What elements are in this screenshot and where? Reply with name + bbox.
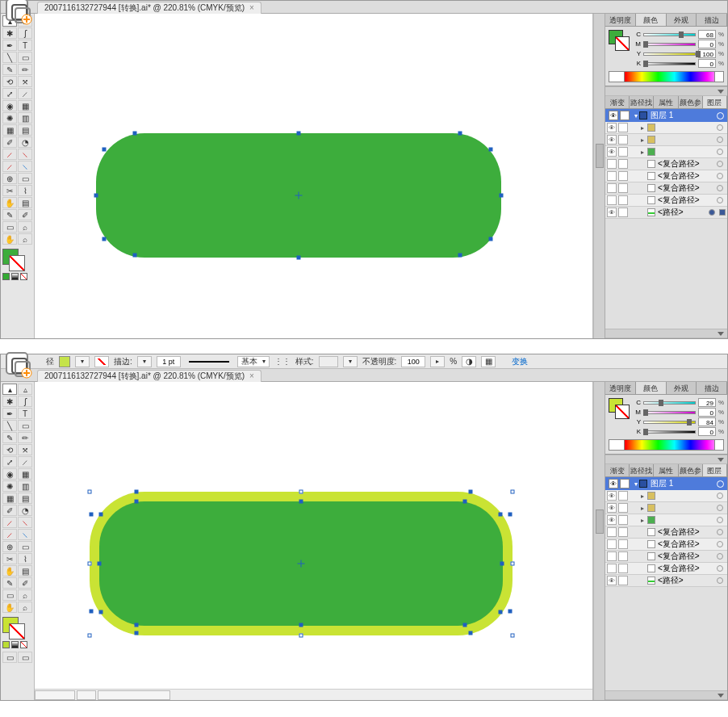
panel-stroke-swatch[interactable] bbox=[615, 36, 630, 51]
c-value[interactable]: 68 bbox=[698, 30, 716, 39]
anchor-point[interactable] bbox=[489, 148, 493, 152]
close-tab-icon[interactable]: × bbox=[249, 3, 254, 12]
visibility-toggle[interactable] bbox=[607, 159, 617, 169]
live-paint-selection-tool[interactable]: ⟍ bbox=[18, 517, 32, 528]
opacity-dropdown[interactable]: ▸ bbox=[430, 356, 445, 367]
tab-color[interactable]: 颜色 bbox=[636, 382, 667, 394]
layer-row[interactable]: 👁▸ bbox=[605, 134, 727, 146]
layer-row[interactable]: 👁<路径> bbox=[605, 207, 727, 219]
yellow-offset-shape[interactable] bbox=[90, 492, 513, 635]
gradient-swatch[interactable] bbox=[11, 273, 19, 280]
bbox-handle[interactable] bbox=[511, 562, 515, 566]
visibility-toggle[interactable]: 👁 bbox=[607, 123, 617, 132]
document-tab[interactable]: 2007116132727944 [转换].ai* @ 220.81% (CMY… bbox=[37, 370, 261, 382]
layer-row[interactable]: <复合路径> bbox=[605, 539, 727, 551]
reflect-tool[interactable]: ⤧ bbox=[18, 444, 32, 455]
pen-tool[interactable]: ✒ bbox=[2, 408, 17, 419]
panel-collapse-icon[interactable] bbox=[718, 332, 724, 336]
bbox-handle[interactable] bbox=[299, 490, 303, 494]
live-paint-selection-tool[interactable]: ⟍ bbox=[18, 149, 32, 160]
tab-layers[interactable]: 图层 bbox=[703, 96, 727, 108]
mesh-tool[interactable]: ▦ bbox=[2, 124, 17, 136]
anchor-point[interactable] bbox=[103, 237, 107, 241]
rectangle-tool[interactable]: ▭ bbox=[18, 52, 32, 63]
anchor-point[interactable] bbox=[499, 513, 503, 517]
anchor-point[interactable] bbox=[99, 610, 103, 614]
target-ring-icon[interactable] bbox=[717, 173, 723, 179]
live-paint-tool[interactable]: ⟋ bbox=[2, 517, 17, 528]
target-ring-icon[interactable] bbox=[717, 553, 723, 560]
tab-stroke[interactable]: 描边 bbox=[697, 14, 727, 26]
color-well[interactable] bbox=[2, 617, 25, 639]
tab-pathfinder[interactable]: 路径找 bbox=[630, 96, 654, 108]
panel-stroke-swatch[interactable] bbox=[615, 405, 630, 419]
knife-tool[interactable]: ⌇ bbox=[18, 185, 32, 196]
zoom-tool[interactable]: ⌕ bbox=[18, 602, 32, 613]
layer-row[interactable]: <复合路径> bbox=[605, 195, 727, 207]
color-well[interactable] bbox=[2, 249, 25, 271]
direct-selection-tool[interactable]: ▵ bbox=[18, 384, 32, 395]
blend-tool[interactable]: ◔ bbox=[18, 505, 32, 516]
lasso-tool[interactable]: ʃ bbox=[18, 396, 32, 407]
free-transform-tool[interactable]: ▦ bbox=[18, 100, 32, 111]
visibility-toggle[interactable] bbox=[607, 551, 617, 561]
zoom-hand-tool[interactable]: ⌕ bbox=[18, 589, 32, 601]
type-tool[interactable]: T bbox=[18, 408, 32, 419]
lock-toggle[interactable] bbox=[620, 479, 630, 488]
layer-row[interactable]: <复合路径> bbox=[605, 526, 727, 539]
bbox-handle[interactable] bbox=[511, 634, 515, 638]
artboard-segment[interactable] bbox=[98, 690, 170, 700]
bbox-handle[interactable] bbox=[511, 490, 515, 494]
m-slider[interactable] bbox=[643, 41, 696, 48]
k-slider[interactable] bbox=[643, 61, 696, 67]
anchor-point[interactable] bbox=[458, 254, 462, 258]
artboard-tool[interactable]: ▭ bbox=[18, 173, 32, 184]
panel-collapse-icon[interactable] bbox=[718, 458, 724, 462]
anchor-point[interactable] bbox=[489, 237, 493, 241]
crop-tool[interactable]: ▭ bbox=[2, 221, 17, 233]
m-slider[interactable] bbox=[643, 409, 696, 416]
y-slider[interactable] bbox=[643, 51, 696, 57]
paintbrush-tool[interactable]: ✎ bbox=[2, 64, 17, 75]
scissors-tool[interactable]: ✂ bbox=[2, 185, 17, 196]
print-tiling-tool[interactable]: ▤ bbox=[18, 565, 32, 577]
layer-row[interactable]: <复合路径> bbox=[605, 182, 727, 195]
magic-wand-tool[interactable]: ✱ bbox=[2, 27, 17, 39]
k-slider[interactable] bbox=[643, 429, 696, 435]
tab-colorguide[interactable]: 颜色参 bbox=[679, 96, 703, 108]
tab-appearance[interactable]: 外观 bbox=[667, 382, 697, 394]
shear-tool[interactable]: ⟋ bbox=[18, 456, 32, 468]
green-rounded-rect-shape[interactable] bbox=[96, 133, 501, 258]
lock-toggle[interactable] bbox=[618, 147, 628, 157]
target-ring-icon[interactable] bbox=[717, 112, 724, 120]
layer-row[interactable]: <复合路径> bbox=[605, 563, 727, 575]
bbox-handle[interactable] bbox=[88, 562, 92, 566]
panel-collapse-icon[interactable] bbox=[718, 90, 724, 94]
hand2-tool[interactable]: ✋ bbox=[2, 602, 17, 613]
blend-tool[interactable]: ◔ bbox=[18, 136, 32, 148]
m-value[interactable]: 0 bbox=[698, 40, 716, 48]
anchor-point[interactable] bbox=[90, 610, 94, 614]
visibility-toggle[interactable] bbox=[607, 183, 617, 193]
lock-toggle[interactable] bbox=[618, 159, 628, 169]
fill-dropdown[interactable]: ▾ bbox=[75, 356, 90, 367]
paintbrush-tool[interactable]: ✎ bbox=[2, 432, 17, 443]
lock-toggle[interactable] bbox=[618, 503, 628, 513]
graph-tool[interactable]: ▥ bbox=[18, 480, 32, 492]
document-tab[interactable]: 2007116132727944 [转换].ai* @ 220.81% (CMY… bbox=[37, 2, 261, 14]
lock-toggle[interactable] bbox=[618, 539, 628, 549]
y-value[interactable]: 84 bbox=[698, 417, 716, 426]
screen-mode-normal[interactable]: ▭ bbox=[2, 652, 17, 663]
visibility-toggle[interactable] bbox=[607, 564, 617, 573]
target-ring-icon[interactable] bbox=[717, 197, 723, 203]
lock-toggle[interactable] bbox=[618, 576, 628, 585]
anchor-point[interactable] bbox=[468, 631, 472, 635]
style-swatch-button[interactable] bbox=[319, 356, 338, 367]
layer-header[interactable]: 👁 ▾ 图层 1 bbox=[605, 109, 727, 122]
stroke-dropdown[interactable]: ▾ bbox=[137, 356, 152, 367]
gradient-tool[interactable]: ▤ bbox=[18, 124, 32, 136]
anchor-point[interactable] bbox=[299, 500, 303, 504]
tab-opacity[interactable]: 透明度 bbox=[605, 14, 636, 26]
symbol-sprayer-tool[interactable]: ✺ bbox=[2, 112, 17, 124]
magic-wand-tool[interactable]: ✱ bbox=[2, 396, 17, 407]
